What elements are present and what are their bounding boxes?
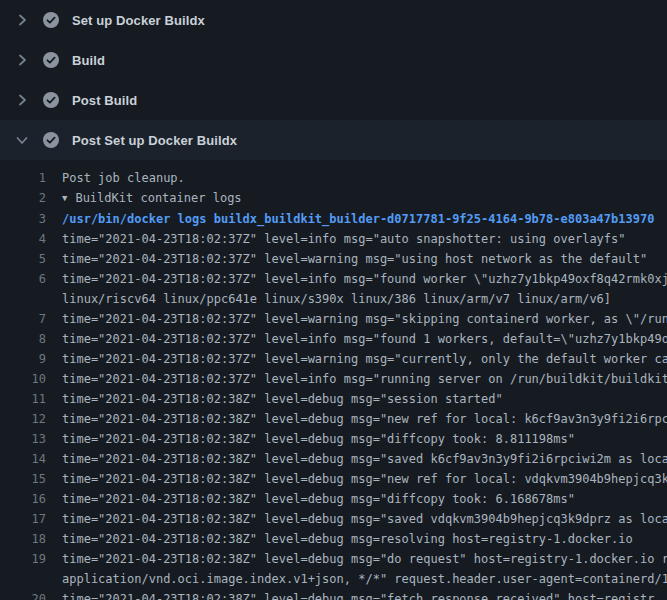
log-line: 5time="2021-04-23T18:02:37Z" level=warni… (0, 249, 667, 269)
log-line: 7time="2021-04-23T18:02:37Z" level=warni… (0, 309, 667, 329)
log-line: 14time="2021-04-23T18:02:38Z" level=debu… (0, 449, 667, 469)
step-label: Post Build (72, 93, 137, 108)
log-line-text: time="2021-04-23T18:02:38Z" level=debug … (46, 589, 654, 600)
group-label: BuildKit container logs (75, 191, 241, 205)
log-line-number[interactable]: 2 (0, 188, 46, 209)
group-toggle-icon[interactable]: ▼ (62, 188, 67, 208)
log-line: 16time="2021-04-23T18:02:38Z" level=debu… (0, 489, 667, 509)
log-line-number[interactable]: 5 (0, 249, 46, 269)
log-line: 18time="2021-04-23T18:02:38Z" level=debu… (0, 529, 667, 549)
actions-log-viewer: Set up Docker Buildx Build P (0, 0, 667, 600)
log-line: 12time="2021-04-23T18:02:38Z" level=debu… (0, 409, 667, 429)
log-line-text: time="2021-04-23T18:02:37Z" level=info m… (46, 229, 626, 249)
log-line: 9time="2021-04-23T18:02:37Z" level=warni… (0, 349, 667, 369)
log-line-number[interactable]: 13 (0, 429, 46, 449)
log-line: 10time="2021-04-23T18:02:37Z" level=info… (0, 369, 667, 389)
log-line-number[interactable]: 14 (0, 449, 46, 469)
log-output: 1Post job cleanup.2▼BuildKit container l… (0, 160, 667, 600)
log-line: 19time="2021-04-23T18:02:38Z" level=debu… (0, 549, 667, 569)
step-label: Set up Docker Buildx (72, 13, 205, 28)
log-line-text: time="2021-04-23T18:02:37Z" level=info m… (46, 329, 667, 349)
log-line-number[interactable]: 4 (0, 229, 46, 249)
log-line-number[interactable]: 9 (0, 349, 46, 369)
chevron-right-icon (14, 92, 30, 108)
log-line-number[interactable]: 11 (0, 389, 46, 409)
log-line-number[interactable]: 10 (0, 369, 46, 389)
check-circle-icon (43, 132, 59, 148)
log-line-text: time="2021-04-23T18:02:37Z" level=warnin… (46, 309, 667, 329)
log-line-number[interactable]: 8 (0, 329, 46, 349)
step-label: Build (72, 53, 105, 68)
log-line: 1Post job cleanup. (0, 168, 667, 188)
log-command-text: /usr/bin/docker logs buildx_buildkit_bui… (46, 209, 654, 229)
log-line: 17time="2021-04-23T18:02:38Z" level=debu… (0, 509, 667, 529)
log-line[interactable]: 2▼BuildKit container logs (0, 188, 667, 209)
log-line-number[interactable]: 6 (0, 269, 46, 289)
log-line: 3/usr/bin/docker logs buildx_buildkit_bu… (0, 209, 667, 229)
check-circle-icon (43, 52, 59, 68)
log-line: 13time="2021-04-23T18:02:38Z" level=debu… (0, 429, 667, 449)
log-line-number[interactable]: 19 (0, 549, 46, 569)
log-line-text: time="2021-04-23T18:02:38Z" level=debug … (46, 389, 503, 409)
log-line-number[interactable]: 20 (0, 589, 46, 600)
log-line: 8time="2021-04-23T18:02:37Z" level=info … (0, 329, 667, 349)
log-line-text: time="2021-04-23T18:02:37Z" level=info m… (46, 269, 667, 289)
step-header-post-build[interactable]: Post Build (0, 80, 667, 120)
log-line-number[interactable]: 16 (0, 489, 46, 509)
log-line-text: time="2021-04-23T18:02:38Z" level=debug … (46, 509, 667, 529)
log-line-number[interactable]: 15 (0, 469, 46, 489)
step-header-post-set-up-docker-buildx[interactable]: Post Set up Docker Buildx (0, 120, 667, 160)
step-label: Post Set up Docker Buildx (72, 133, 237, 148)
log-line-text: ▼BuildKit container logs (46, 188, 242, 209)
log-line-text: time="2021-04-23T18:02:38Z" level=debug … (46, 529, 633, 549)
log-line-number[interactable]: 17 (0, 509, 46, 529)
chevron-right-icon (14, 12, 30, 28)
log-line-text: application/vnd.oci.image.index.v1+json,… (46, 569, 667, 589)
chevron-right-icon (14, 52, 30, 68)
log-line: 20time="2021-04-23T18:02:38Z" level=debu… (0, 589, 667, 600)
log-line: application/vnd.oci.image.index.v1+json,… (0, 569, 667, 589)
log-line: 15time="2021-04-23T18:02:38Z" level=debu… (0, 469, 667, 489)
log-line-text: time="2021-04-23T18:02:37Z" level=warnin… (46, 349, 667, 369)
log-line: 11time="2021-04-23T18:02:38Z" level=debu… (0, 389, 667, 409)
log-line-text: time="2021-04-23T18:02:38Z" level=debug … (46, 409, 667, 429)
chevron-down-icon (14, 132, 30, 148)
log-line: 4time="2021-04-23T18:02:37Z" level=info … (0, 229, 667, 249)
log-line-number[interactable]: 1 (0, 168, 46, 188)
log-line-text: time="2021-04-23T18:02:38Z" level=debug … (46, 429, 575, 449)
log-line-text: time="2021-04-23T18:02:38Z" level=debug … (46, 469, 667, 489)
step-header-build[interactable]: Build (0, 40, 667, 80)
log-line-text: time="2021-04-23T18:02:38Z" level=debug … (46, 549, 667, 569)
log-line-text: linux/riscv64 linux/ppc641e linux/s390x … (46, 289, 611, 309)
check-circle-icon (43, 92, 59, 108)
step-list: Set up Docker Buildx Build P (0, 0, 667, 160)
log-line-number[interactable]: 7 (0, 309, 46, 329)
log-line-number (0, 569, 46, 589)
log-line-number[interactable]: 3 (0, 209, 46, 229)
log-line-text: Post job cleanup. (46, 168, 185, 188)
log-line-number (0, 289, 46, 309)
log-line-text: time="2021-04-23T18:02:37Z" level=warnin… (46, 249, 647, 269)
check-circle-icon (43, 12, 59, 28)
log-line-text: time="2021-04-23T18:02:38Z" level=debug … (46, 449, 667, 469)
log-line-text: time="2021-04-23T18:02:38Z" level=debug … (46, 489, 575, 509)
log-line-text: time="2021-04-23T18:02:37Z" level=info m… (46, 369, 667, 389)
log-line: linux/riscv64 linux/ppc641e linux/s390x … (0, 289, 667, 309)
log-line: 6time="2021-04-23T18:02:37Z" level=info … (0, 269, 667, 289)
log-line-number[interactable]: 18 (0, 529, 46, 549)
log-line-number[interactable]: 12 (0, 409, 46, 429)
step-header-set-up-docker-buildx[interactable]: Set up Docker Buildx (0, 0, 667, 40)
